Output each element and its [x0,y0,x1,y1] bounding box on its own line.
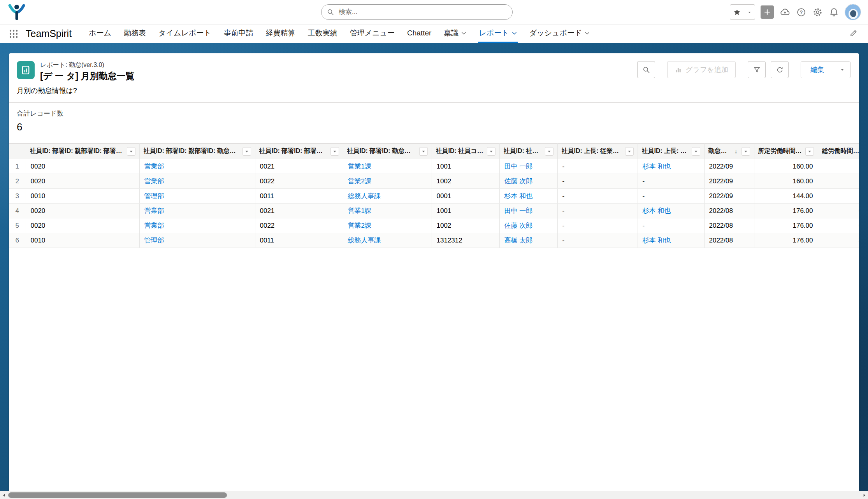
favorites-button[interactable] [730,4,755,20]
cell-link[interactable]: 杉本 和也 [504,192,533,200]
total-records-label: 合計レコード数 [17,109,850,118]
cell-link[interactable]: 高橋 太郎 [504,237,533,244]
table-row[interactable]: 50020営業部0022営業2課1002佐藤 次郎--2022/08176.00… [9,218,859,233]
column-menu-button[interactable] [487,147,495,156]
column-header[interactable]: 社員ID: 部署ID: 親部署ID: 部署コード [26,144,139,159]
column-menu-button[interactable] [741,147,750,156]
cell-link[interactable]: 田中 一郎 [504,163,533,170]
scrollbar-thumb[interactable] [8,492,227,498]
table-cell: 0001 [432,189,499,204]
cell-link[interactable]: 杉本 和也 [643,237,671,244]
table-row[interactable]: 40020営業部0021営業1課1001田中 一郎-杉本 和也2022/0817… [9,204,859,218]
edit-dropdown-button[interactable] [834,61,850,78]
table-row[interactable]: 30010管理部0011総務人事課0001杉本 和也--2022/09144.0… [9,189,859,204]
report-description: 月別の勤怠情報は? [9,84,859,102]
edit-pencil-icon[interactable] [850,29,858,39]
column-header[interactable]: 勤怠月度↓ [704,144,754,159]
scroll-right-arrow[interactable] [860,491,868,499]
user-avatar[interactable] [845,4,861,20]
column-header[interactable]: 所定労働時間・時 [754,144,818,159]
help-icon[interactable]: ? [796,7,807,18]
nav-tab-11[interactable]: ダッシュボード [529,25,591,43]
edit-button[interactable]: 編集 [801,61,834,78]
cell-link[interactable]: 総務人事課 [348,237,381,244]
column-header[interactable]: 社員ID: 上長: 従業員番号 [557,144,638,159]
table-row[interactable]: 20020営業部0022営業2課1002佐藤 次郎--2022/09160.00… [9,174,859,189]
table-cell: - [638,218,704,233]
cell-link[interactable]: 管理部 [144,237,164,244]
nav-tab-2[interactable]: 勤務表 [123,25,147,43]
nav-tab-7[interactable]: 管理メニュー [349,25,395,43]
app-launcher-icon[interactable] [8,28,19,40]
report-search-button[interactable] [637,61,655,78]
column-header[interactable]: 社員ID: 部署ID: 勤怠部署名 [343,144,432,159]
setup-gear-icon[interactable] [812,7,823,18]
column-menu-button[interactable] [805,147,814,156]
column-header[interactable]: 社員ID: 社員コード [432,144,499,159]
nav-tab-1[interactable]: ホーム [88,25,112,43]
cell-link[interactable]: 管理部 [144,192,164,200]
table-row[interactable]: 60010管理部0011総務人事課1312312高橋 太郎-杉本 和也2022/… [9,233,859,248]
table-cell: 0021 [255,204,343,218]
column-header-label: 社員ID: 上長: 氏名 [642,147,689,155]
global-actions-button[interactable] [761,5,774,19]
nav-tab-8[interactable]: Chatter [406,25,432,43]
cell-link[interactable]: 営業2課 [348,177,371,185]
global-search-input[interactable] [338,8,507,16]
filter-button[interactable] [748,61,766,78]
cell-link[interactable]: 営業部 [144,207,164,214]
table-row[interactable]: 10020営業部0021営業1課1001田中 一郎-杉本 和也2022/0916… [9,159,859,174]
column-menu-button[interactable] [127,147,135,156]
table-cell: 営業部 [139,159,255,174]
column-menu-button[interactable] [330,147,339,156]
row-number: 6 [9,233,26,248]
search-icon [643,66,650,74]
column-header-label: 総労働時間・時 [822,147,859,155]
chart-icon [675,66,682,74]
nav-tab-10[interactable]: レポート [478,25,517,43]
table-cell: 総務人事課 [343,233,432,248]
horizontal-scrollbar[interactable] [0,491,868,499]
add-chart-button[interactable]: グラフを追加 [667,61,736,78]
column-menu-button[interactable] [419,147,428,156]
row-number: 5 [9,218,26,233]
cell-link[interactable]: 佐藤 次郎 [504,177,533,185]
favorites-dropdown-chevron-icon[interactable] [744,5,755,19]
table-cell: 0022 [255,218,343,233]
nav-tab-4[interactable]: 事前申請 [223,25,254,43]
column-menu-button[interactable] [242,147,251,156]
cell-link[interactable]: 総務人事課 [348,192,381,200]
nav-tab-5[interactable]: 経費精算 [265,25,296,43]
search-icon [327,9,334,16]
table-cell: 杉本 和也 [638,204,704,218]
column-menu-button[interactable] [545,147,553,156]
column-menu-button[interactable] [625,147,634,156]
scroll-left-arrow[interactable] [0,491,8,499]
cell-link[interactable]: 佐藤 次郎 [504,222,533,229]
cell-link[interactable]: 営業部 [144,222,164,229]
column-menu-button[interactable] [692,147,700,156]
cell-link[interactable]: 田中 一郎 [504,207,533,214]
table-cell: 管理部 [139,233,255,248]
cell-link[interactable]: 営業部 [144,177,164,185]
cell-link[interactable]: 営業2課 [348,222,371,229]
cell-link[interactable]: 杉本 和也 [643,207,671,214]
cell-link[interactable]: 営業1課 [348,207,371,214]
notifications-bell-icon[interactable] [828,7,839,18]
column-header[interactable]: 総労働時間・時 [818,144,859,159]
cell-link[interactable]: 営業部 [144,163,164,170]
column-header[interactable]: 社員ID: 部署ID: 親部署ID: 勤怠部署名 [139,144,255,159]
cell-link[interactable]: 杉本 和也 [643,163,671,170]
column-header[interactable]: 社員ID: 上長: 氏名 [638,144,704,159]
cell-link[interactable]: 営業1課 [348,163,371,170]
nav-tab-3[interactable]: タイムレポート [158,25,212,43]
table-cell: 64.00 [818,218,859,233]
nav-tab-9[interactable]: 稟議 [443,25,467,43]
guidance-cloud-icon[interactable] [779,7,790,18]
column-header[interactable]: 社員ID: 社員名 [499,144,557,159]
column-header[interactable]: 社員ID: 部署ID: 部署コード [255,144,343,159]
table-cell: 営業部 [139,204,255,218]
table-cell: 0022 [255,174,343,189]
nav-tab-6[interactable]: 工数実績 [307,25,338,43]
refresh-button[interactable] [771,61,789,78]
